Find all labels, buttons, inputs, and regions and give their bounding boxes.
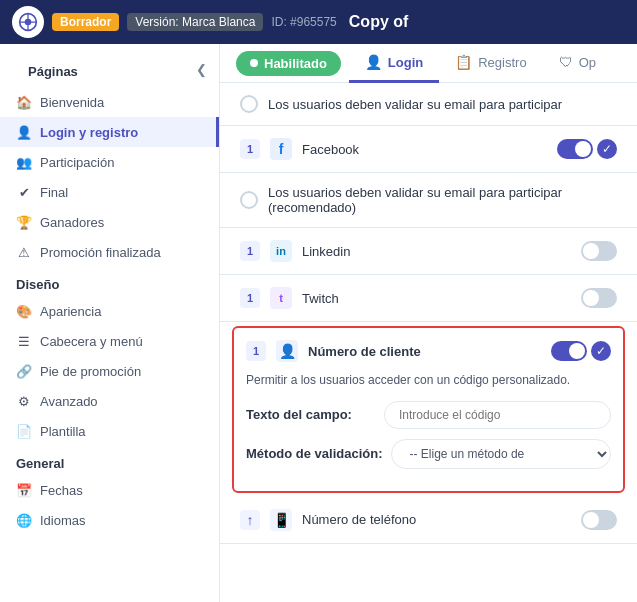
svg-point-1 — [25, 19, 32, 26]
header: Borrador Versión: Marca Blanca ID: #9655… — [0, 0, 637, 44]
numero-cliente-check: ✓ — [591, 341, 611, 361]
rank-twitch: 1 — [240, 288, 260, 308]
numero-cliente-toggle[interactable] — [551, 341, 587, 361]
scroll-content: Los usuarios deben validar su email para… — [220, 83, 637, 602]
badge-borrador: Borrador — [52, 13, 119, 31]
habilitado-dot — [250, 59, 258, 67]
radio-email-2[interactable] — [240, 191, 258, 209]
list-item-twitch: 1 t Twitch — [220, 275, 637, 322]
customer-icon: 👤 — [276, 340, 298, 362]
sidebar-item-promocion[interactable]: ⚠ Promoción finalizada — [0, 237, 219, 267]
rank-numero-cliente: 1 — [246, 341, 266, 361]
list-item-facebook: 1 f Facebook ✓ — [220, 126, 637, 173]
user-icon: 👤 — [16, 124, 32, 140]
sidebar-item-idiomas[interactable]: 🌐 Idiomas — [0, 505, 219, 535]
badge-version: Versión: Marca Blanca — [127, 13, 263, 31]
tab-bar: Habilitado 👤 Login 📋 Registro 🛡 Op — [220, 44, 637, 83]
highlighted-numero-cliente: 1 👤 Número de cliente ✓ Permitir a los u… — [232, 326, 625, 493]
sidebar-item-participacion[interactable]: 👥 Participación — [0, 147, 219, 177]
sidebar-section-general: General — [0, 448, 80, 475]
sidebar-item-pie[interactable]: 🔗 Pie de promoción — [0, 356, 219, 386]
list-item-email-validation-2: Los usuarios deben validar su email para… — [220, 173, 637, 228]
warning-icon: ⚠ — [16, 244, 32, 260]
palette-icon: 🎨 — [16, 303, 32, 319]
sidebar-item-final[interactable]: ✔ Final — [0, 177, 219, 207]
tab-habilitado[interactable]: Habilitado — [236, 51, 341, 76]
logo[interactable] — [12, 6, 44, 38]
rank-facebook: 1 — [240, 139, 260, 159]
list-item-linkedin: 1 in Linkedin — [220, 228, 637, 275]
facebook-toggle[interactable] — [557, 139, 593, 159]
linkedin-icon: in — [270, 240, 292, 262]
login-user-icon: 👤 — [365, 54, 382, 70]
facebook-check: ✓ — [597, 139, 617, 159]
radio-email[interactable] — [240, 95, 258, 113]
collapse-button[interactable]: ❮ — [196, 62, 207, 77]
sidebar-item-bienvenida[interactable]: 🏠 Bienvenida — [0, 87, 219, 117]
sidebar-section-diseno: Diseño — [0, 269, 75, 296]
method-select[interactable]: -- Elige un método de Email SMS API — [391, 439, 611, 469]
tab-login[interactable]: 👤 Login — [349, 44, 439, 83]
list-item-email-validation: Los usuarios deben validar su email para… — [220, 83, 637, 126]
sidebar-item-plantilla[interactable]: 📄 Plantilla — [0, 416, 219, 446]
sidebar-section-pages: Páginas — [12, 56, 94, 83]
content-area: Habilitado 👤 Login 📋 Registro 🛡 Op Los u… — [220, 44, 637, 602]
twitch-toggle[interactable] — [581, 288, 617, 308]
field-label: Texto del campo: — [246, 407, 376, 422]
phone-toggle[interactable] — [581, 510, 617, 530]
sidebar-item-apariencia[interactable]: 🎨 Apariencia — [0, 296, 219, 326]
calendar-icon: 📅 — [16, 482, 32, 498]
method-row: Método de validación: -- Elige un método… — [246, 439, 611, 469]
link-icon: 🔗 — [16, 363, 32, 379]
sidebar-item-avanzado[interactable]: ⚙ Avanzado — [0, 386, 219, 416]
shield-icon: 🛡 — [559, 54, 573, 70]
tab-op[interactable]: 🛡 Op — [543, 44, 612, 83]
sidebar-item-fechas[interactable]: 📅 Fechas — [0, 475, 219, 505]
gear-icon: ⚙ — [16, 393, 32, 409]
rank-phone: ↑ — [240, 510, 260, 530]
numero-cliente-header: 1 👤 Número de cliente ✓ — [246, 340, 611, 362]
globe-icon: 🌐 — [16, 512, 32, 528]
sidebar-item-ganadores[interactable]: 🏆 Ganadores — [0, 207, 219, 237]
sidebar-item-login[interactable]: 👤 Login y registro — [0, 117, 219, 147]
numero-cliente-description: Permitir a los usuarios acceder con un c… — [246, 372, 611, 389]
twitch-icon: t — [270, 287, 292, 309]
facebook-toggle-group: ✓ — [557, 139, 617, 159]
header-title: Copy of — [349, 13, 409, 31]
phone-icon: 📱 — [270, 509, 292, 531]
sidebar-item-cabecera[interactable]: ☰ Cabecera y menú — [0, 326, 219, 356]
linkedin-toggle[interactable] — [581, 241, 617, 261]
home-icon: 🏠 — [16, 94, 32, 110]
menu-icon: ☰ — [16, 333, 32, 349]
document-icon: 📄 — [16, 423, 32, 439]
sidebar: Páginas ❮ 🏠 Bienvenida 👤 Login y registr… — [0, 44, 220, 602]
field-input[interactable] — [384, 401, 611, 429]
badge-id: ID: #965575 — [271, 15, 336, 29]
field-text-row: Texto del campo: — [246, 401, 611, 429]
list-item-phone: ↑ 📱 Número de teléfono — [220, 497, 637, 544]
users-icon: 👥 — [16, 154, 32, 170]
main-layout: Páginas ❮ 🏠 Bienvenida 👤 Login y registr… — [0, 44, 637, 602]
trophy-icon: 🏆 — [16, 214, 32, 230]
rank-linkedin: 1 — [240, 241, 260, 261]
method-label: Método de validación: — [246, 446, 383, 461]
facebook-icon: f — [270, 138, 292, 160]
registro-icon: 📋 — [455, 54, 472, 70]
tab-registro[interactable]: 📋 Registro — [439, 44, 542, 83]
check-icon: ✔ — [16, 184, 32, 200]
